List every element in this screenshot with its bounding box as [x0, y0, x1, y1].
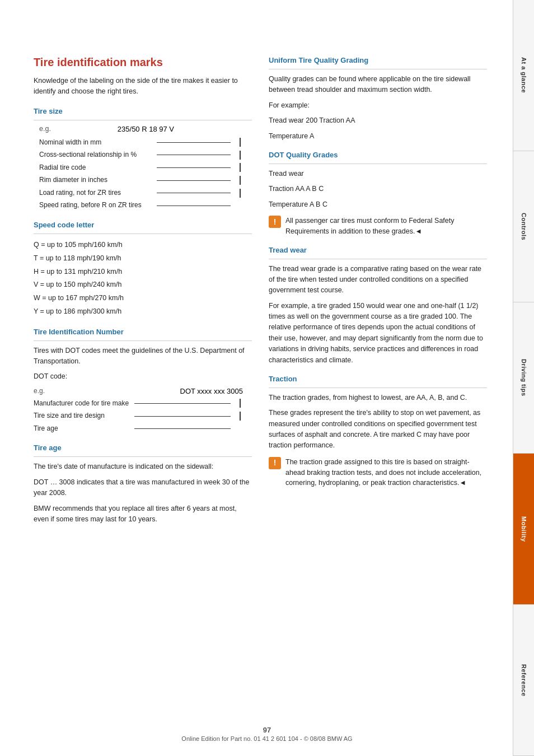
speed-item-3: V = up to 150 mph/240 km/h — [34, 278, 252, 292]
tire-row-label-3: Rim diameter in inches — [39, 174, 157, 186]
tire-size-eg-value: 235/50 R 18 97 V — [118, 125, 174, 133]
tire-row-line-4 — [157, 193, 231, 193]
page-container: Tire identification marks Knowledge of t… — [0, 0, 534, 756]
tire-size-heading: Tire size — [34, 107, 252, 115]
sidebar: At a glance Controls Driving tips Mobili… — [513, 0, 534, 756]
sidebar-tab-at-a-glance[interactable]: At a glance — [513, 0, 534, 151]
tire-age-body2: DOT … 3008 indicates that a tire was man… — [34, 477, 252, 499]
traction-divider — [269, 388, 487, 388]
page-title: Tire identification marks — [34, 56, 252, 69]
speed-item-5: Y = up to 186 mph/300 km/h — [34, 305, 252, 319]
page-number: 97 — [0, 726, 534, 734]
tire-row-line-5 — [157, 206, 231, 206]
dot-eg-label: e.g. — [34, 387, 45, 395]
tire-age-body1: The tire's date of manufacture is indica… — [34, 461, 252, 472]
dot-row-2: Tire age — [34, 423, 241, 435]
right-column: Uniform Tire Quality Grading Quality gra… — [269, 56, 487, 734]
speed-list: Q = up to 105 mph/160 km/h T = up to 118… — [34, 239, 252, 319]
dot-row-0: Manufacturer code for tire make — [34, 398, 241, 410]
tire-row-5: Speed rating, before R on ZR tires — [39, 199, 241, 212]
dot-example: e.g. DOT xxxx xxx 3005 Manufacturer code… — [34, 387, 252, 435]
footer-edition: Online Edition for Part no. 01 41 2 601 … — [181, 735, 352, 742]
speed-item-0: Q = up to 105 mph/160 km/h — [34, 239, 252, 252]
page-footer: 97 Online Edition for Part no. 01 41 2 6… — [0, 726, 534, 742]
left-column: Tire identification marks Knowledge of t… — [34, 56, 252, 734]
tin-body: Tires with DOT codes meet the guidelines… — [34, 346, 252, 367]
sidebar-tab-mobility[interactable]: Mobility — [513, 454, 534, 605]
dot-eg-row: e.g. DOT xxxx xxx 3005 — [34, 387, 252, 395]
dot-quality-divider — [269, 164, 487, 164]
tire-row-1: Cross-sectional relationship in % — [39, 149, 241, 161]
tire-row-label-4: Load rating, not for ZR tires — [39, 187, 157, 199]
sidebar-tab-driving-tips[interactable]: Driving tips — [513, 302, 534, 454]
speed-code-divider — [34, 234, 252, 234]
tire-row-3: Rim diameter in inches — [39, 174, 241, 186]
speed-code-heading: Speed code letter — [34, 221, 252, 229]
utqg-for-example: For example: — [269, 100, 487, 111]
traction-body2: These grades represent the tire's abilit… — [269, 408, 487, 451]
tire-row-label-5: Speed rating, before R on ZR tires — [39, 199, 157, 212]
dot-row-line-1 — [134, 416, 231, 417]
sidebar-tab-controls[interactable]: Controls — [513, 151, 534, 302]
traction-heading: Traction — [269, 375, 487, 383]
tire-row-2: Radial tire code — [39, 162, 241, 174]
utqg-example2: Temperature A — [269, 131, 487, 142]
utqg-divider — [269, 69, 487, 69]
tire-row-line-0 — [157, 142, 231, 143]
tire-row-line-3 — [157, 180, 231, 181]
dot-quality-line1: Tread wear — [269, 169, 487, 179]
tread-wear-divider — [269, 259, 487, 259]
tire-row-4: Load rating, not for ZR tires — [39, 187, 241, 199]
intro-text: Knowledge of the labeling on the side of… — [34, 76, 252, 97]
tire-row-0: Nominal width in mm — [39, 137, 241, 149]
tire-size-eg-label: e.g. — [39, 125, 51, 133]
tire-row-label-1: Cross-sectional relationship in % — [39, 149, 157, 161]
utqg-example1: Tread wear 200 Traction AA — [269, 115, 487, 126]
tire-row-line-1 — [157, 155, 231, 155]
dot-row-label-0: Manufacturer code for tire make — [34, 398, 134, 410]
speed-item-2: H = up to 131 mph/210 km/h — [34, 265, 252, 279]
tread-wear-body1: The tread wear grade is a comparative ra… — [269, 264, 487, 296]
speed-item-4: W = up to 167 mph/270 km/h — [34, 292, 252, 305]
tire-row-label-0: Nominal width in mm — [39, 137, 157, 149]
utqg-heading: Uniform Tire Quality Grading — [269, 56, 487, 64]
dot-eg-value: DOT xxxx xxx 3005 — [56, 387, 243, 395]
dot-row-1: Tire size and tire design — [34, 410, 241, 422]
dot-quality-warning-text: All passenger car tires must conform to … — [285, 216, 487, 237]
tread-wear-body2: For example, a tire graded 150 would wea… — [269, 301, 487, 366]
tire-row-line-2 — [157, 167, 231, 168]
utqg-body1: Quality grades can be found where applic… — [269, 74, 487, 96]
tire-size-divider — [34, 120, 252, 120]
dot-row-label-2: Tire age — [34, 423, 134, 435]
traction-body1: The traction grades, from highest to low… — [269, 393, 487, 403]
warning-icon-1: ! — [269, 216, 281, 228]
tire-row-label-2: Radial tire code — [39, 162, 157, 174]
traction-warning-text: The traction grade assigned to this tire… — [285, 457, 487, 488]
tread-wear-heading: Tread wear — [269, 246, 487, 254]
dot-row-line-0 — [134, 403, 231, 404]
tin-divider — [34, 340, 252, 341]
dot-quality-line3: Temperature A B C — [269, 199, 487, 210]
tin-dot-label: DOT code: — [34, 371, 252, 382]
traction-warning-box: ! The traction grade assigned to this ti… — [269, 457, 487, 488]
dot-row-line-2 — [134, 428, 231, 429]
tire-age-divider — [34, 456, 252, 457]
dot-quality-heading: DOT Quality Grades — [269, 151, 487, 159]
main-content: Tire identification marks Knowledge of t… — [0, 0, 513, 756]
dot-quality-line2: Traction AA A B C — [269, 184, 487, 194]
tire-size-diagram: e.g. 235/50 R 18 97 V Nominal width in m… — [34, 125, 252, 212]
tire-age-heading: Tire age — [34, 444, 252, 452]
warning-icon-2: ! — [269, 457, 281, 469]
tin-heading: Tire Identification Number — [34, 328, 252, 336]
tire-size-example-row: e.g. 235/50 R 18 97 V — [39, 125, 252, 133]
tire-age-body3: BMW recommends that you replace all tire… — [34, 503, 252, 525]
dot-row-label-1: Tire size and tire design — [34, 410, 134, 422]
dot-quality-warning-box: ! All passenger car tires must conform t… — [269, 216, 487, 237]
speed-item-1: T = up to 118 mph/190 km/h — [34, 252, 252, 265]
